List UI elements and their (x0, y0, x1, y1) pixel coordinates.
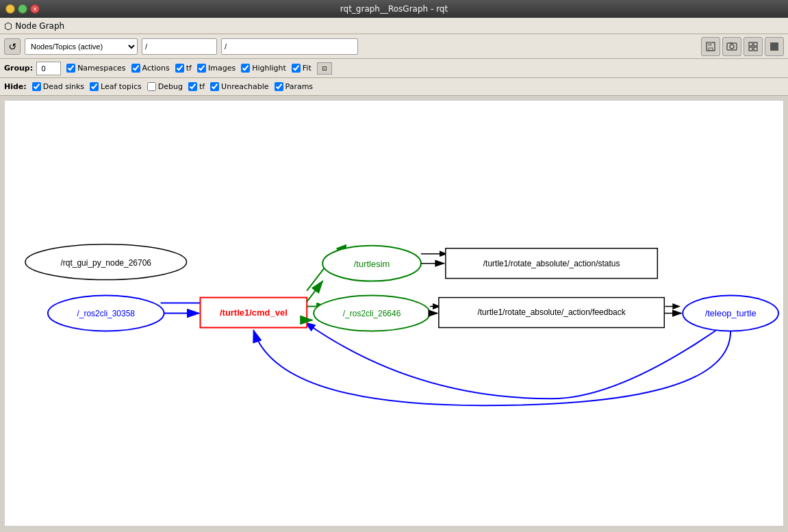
tf-checkbox[interactable] (175, 64, 184, 73)
node-rotate-status-label: /turtle1/rotate_absolute/_action/status (483, 259, 620, 268)
images-checkbox-label[interactable]: Images (197, 64, 236, 73)
namespaces-label: Namespaces (77, 64, 125, 73)
svg-rect-8 (749, 47, 752, 51)
node-rotate-feedback-label: /turtle1/rotate_absolute/_action/feedbac… (477, 307, 625, 317)
close-button[interactable]: × (30, 4, 40, 14)
hide-tf-label[interactable]: tf (188, 82, 205, 91)
svg-point-4 (730, 45, 734, 49)
highlight-checkbox-label[interactable]: Highlight (241, 64, 286, 73)
debug-label[interactable]: Debug (147, 82, 183, 91)
hide-tf-checkbox[interactable] (188, 82, 197, 91)
filter1-input[interactable] (142, 38, 217, 55)
toolbar: ↺ Nodes/Topics (active) Nodes only Nodes… (0, 34, 788, 59)
svg-rect-7 (754, 42, 757, 46)
fit-checkbox-label[interactable]: Fit (292, 64, 312, 73)
node-ros2cli-26646-label: /_ros2cli_26646 (343, 309, 401, 318)
node-rqt-gui-label: /rqt_gui_py_node_26706 (61, 258, 152, 268)
view-mode-dropdown[interactable]: Nodes/Topics (active) Nodes only Nodes/T… (25, 38, 138, 55)
svg-rect-5 (730, 42, 733, 44)
dead-sinks-label[interactable]: Dead sinks (32, 82, 84, 91)
refresh-button[interactable]: ↺ (4, 38, 21, 55)
refresh-icon: ↺ (8, 41, 16, 52)
svg-rect-1 (708, 42, 712, 46)
menu-title: Node Graph (15, 21, 64, 31)
fit-checkbox[interactable] (292, 64, 301, 73)
tf-checkbox-label[interactable]: tf (175, 64, 192, 73)
edge-cmd-vel-to-turtlesim (307, 281, 322, 302)
node-turtlesim-label: /turtlesim (354, 259, 390, 269)
node-ros2cli-30358-label: /_ros2cli_30358 (77, 309, 135, 318)
controls-bar: Group: Namespaces Actions tf Images High… (0, 59, 788, 78)
hide-bar: Hide: Dead sinks Leaf topics Debug tf Un… (0, 78, 788, 96)
highlight-checkbox[interactable] (241, 64, 250, 73)
dead-sinks-text: Dead sinks (43, 82, 84, 91)
fit-label: Fit (303, 64, 312, 73)
save-button[interactable] (701, 37, 720, 56)
params-label[interactable]: Params (275, 82, 314, 91)
maximize-button[interactable] (18, 4, 27, 14)
leaf-topics-label[interactable]: Leaf topics (90, 82, 142, 91)
images-label: Images (208, 64, 236, 73)
group-label: Group: (4, 64, 33, 73)
actions-label: Actions (142, 64, 170, 73)
graph-area[interactable]: /rqt_gui_py_node_26706 /_ros2cli_30358 /… (4, 100, 784, 527)
minimize-button[interactable] (5, 4, 15, 14)
group-spinbox[interactable] (36, 62, 61, 75)
title-bar: × rqt_graph__RosGraph - rqt (0, 0, 788, 18)
menu-icon: ⬡ (4, 21, 12, 31)
debug-checkbox[interactable] (147, 82, 156, 91)
unreachable-label[interactable]: Unreachable (210, 82, 268, 91)
leaf-topics-checkbox[interactable] (90, 82, 99, 91)
namespaces-checkbox-label[interactable]: Namespaces (66, 64, 125, 73)
menu-bar: ⬡ Node Graph (0, 18, 788, 34)
right-buttons (701, 37, 784, 56)
screenshot-button[interactable] (722, 37, 741, 56)
unreachable-checkbox[interactable] (210, 82, 219, 91)
fit-view-button[interactable] (743, 37, 763, 56)
actions-checkbox-label[interactable]: Actions (131, 64, 170, 73)
svg-rect-9 (754, 47, 757, 51)
actions-checkbox[interactable] (131, 64, 140, 73)
fit-icon-button[interactable]: ⊡ (317, 62, 332, 75)
tf-label: tf (186, 64, 192, 73)
params-checkbox[interactable] (275, 82, 283, 91)
debug-text: Debug (158, 82, 183, 91)
theme-button[interactable] (765, 37, 784, 56)
leaf-topics-text: Leaf topics (101, 82, 142, 91)
hide-label: Hide: (4, 82, 27, 91)
hide-tf-text: tf (199, 82, 205, 91)
highlight-label: Highlight (252, 64, 286, 73)
filter2-input[interactable] (221, 38, 358, 55)
edge-teleop-to-cmd-vel (253, 330, 730, 405)
unreachable-text: Unreachable (221, 82, 268, 91)
dead-sinks-checkbox[interactable] (32, 82, 41, 91)
images-checkbox[interactable] (197, 64, 206, 73)
window-title: rqt_graph__RosGraph - rqt (60, 4, 728, 14)
node-turtle1-cmd-vel-label: /turtle1/cmd_vel (220, 307, 288, 318)
namespaces-checkbox[interactable] (66, 64, 75, 73)
svg-rect-6 (749, 42, 752, 46)
node-teleop-turtle-label: /teleop_turtle (705, 308, 757, 318)
graph-canvas: /rqt_gui_py_node_26706 /_ros2cli_30358 /… (5, 101, 783, 526)
params-text: Params (285, 82, 314, 91)
svg-rect-10 (770, 42, 778, 51)
